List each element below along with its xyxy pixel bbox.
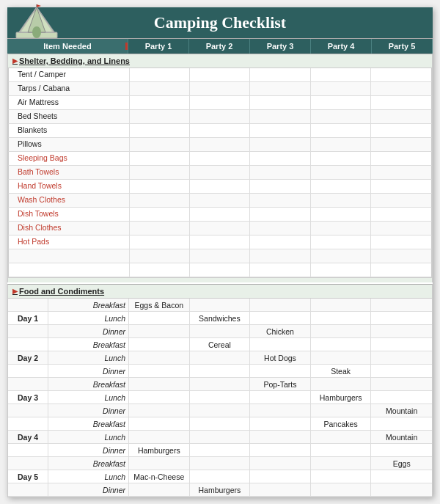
shelter-p2[interactable] [190, 194, 250, 207]
shelter-p3[interactable] [250, 194, 310, 207]
food-p4[interactable] [311, 457, 372, 470]
food-p5[interactable] [371, 417, 432, 430]
shelter-p5[interactable] [371, 222, 431, 235]
shelter-p1[interactable] [130, 124, 190, 137]
food-p3[interactable]: Chicken [250, 325, 311, 337]
shelter-p1[interactable] [130, 249, 190, 263]
food-p2[interactable] [190, 391, 251, 403]
food-p5[interactable] [371, 444, 432, 456]
food-p5[interactable] [371, 351, 432, 364]
shelter-p5[interactable] [371, 249, 431, 263]
food-p4[interactable] [311, 444, 372, 456]
shelter-p4[interactable] [311, 194, 371, 207]
shelter-p1[interactable] [130, 110, 190, 123]
food-p3[interactable]: Pop-Tarts [250, 378, 311, 390]
shelter-p3[interactable] [250, 124, 310, 137]
shelter-p5[interactable] [371, 194, 431, 207]
shelter-p4[interactable] [311, 180, 371, 193]
food-p5[interactable] [371, 325, 432, 337]
shelter-p1[interactable] [130, 138, 190, 151]
food-p2[interactable]: Hamburgers [190, 483, 251, 496]
food-p5[interactable] [371, 378, 432, 390]
food-p4[interactable] [311, 483, 372, 496]
food-p5[interactable] [371, 338, 432, 351]
shelter-p3[interactable] [250, 68, 310, 81]
food-p4[interactable] [311, 351, 372, 364]
food-p1[interactable] [129, 391, 190, 403]
shelter-p3[interactable] [250, 235, 310, 249]
shelter-p4[interactable] [311, 152, 371, 165]
food-p2[interactable] [190, 431, 251, 443]
food-p1[interactable] [129, 417, 190, 430]
shelter-p5[interactable] [371, 110, 431, 123]
food-p3[interactable] [250, 299, 311, 311]
shelter-p5[interactable] [371, 180, 431, 193]
shelter-p5[interactable] [371, 208, 431, 221]
food-p2[interactable]: Cereal [190, 338, 251, 351]
shelter-p3[interactable] [250, 180, 310, 193]
shelter-p3[interactable] [250, 138, 310, 151]
shelter-p2[interactable] [190, 180, 250, 193]
shelter-p5[interactable] [371, 235, 431, 249]
food-p2[interactable] [190, 378, 251, 390]
shelter-p3[interactable] [250, 152, 310, 165]
shelter-p4[interactable] [311, 235, 371, 249]
shelter-p2[interactable] [190, 138, 250, 151]
food-p1[interactable] [129, 483, 190, 496]
shelter-p1[interactable] [130, 96, 190, 109]
food-p3[interactable] [250, 457, 311, 470]
food-p5[interactable] [371, 312, 432, 324]
shelter-p4[interactable] [311, 208, 371, 221]
food-p4[interactable]: Steak [311, 365, 372, 377]
shelter-p1[interactable] [130, 82, 190, 95]
food-p5[interactable] [371, 299, 432, 311]
food-p4[interactable] [311, 470, 372, 483]
shelter-p2[interactable] [190, 235, 250, 249]
food-p3[interactable] [250, 365, 311, 377]
food-p1[interactable]: Hamburgers [129, 444, 190, 456]
food-p1[interactable] [129, 351, 190, 364]
food-p1[interactable]: Mac-n-Cheese [129, 470, 190, 483]
food-p1[interactable] [129, 325, 190, 337]
shelter-p3[interactable] [250, 208, 310, 221]
shelter-p2[interactable] [190, 68, 250, 81]
food-p2[interactable]: Sandwiches [190, 312, 251, 324]
shelter-p5[interactable] [371, 166, 431, 179]
food-p4[interactable] [311, 299, 372, 311]
food-p4[interactable] [311, 431, 372, 443]
food-p3[interactable] [250, 391, 311, 403]
food-p2[interactable] [190, 299, 251, 311]
shelter-p2[interactable] [190, 263, 250, 277]
food-p2[interactable] [190, 457, 251, 470]
food-p3[interactable] [250, 338, 311, 351]
shelter-p1[interactable] [130, 166, 190, 179]
shelter-p3[interactable] [250, 96, 310, 109]
food-p1[interactable] [129, 378, 190, 390]
shelter-p2[interactable] [190, 208, 250, 221]
food-p1[interactable] [129, 338, 190, 351]
shelter-p1[interactable] [130, 208, 190, 221]
shelter-p2[interactable] [190, 110, 250, 123]
shelter-p4[interactable] [311, 222, 371, 235]
shelter-p4[interactable] [311, 110, 371, 123]
food-p3[interactable] [250, 470, 311, 483]
shelter-p2[interactable] [190, 249, 250, 263]
shelter-p1[interactable] [130, 194, 190, 207]
shelter-p4[interactable] [311, 68, 371, 81]
shelter-p3[interactable] [250, 222, 310, 235]
food-p4[interactable] [311, 312, 372, 324]
shelter-p3[interactable] [250, 249, 310, 263]
food-p3[interactable] [250, 312, 311, 324]
shelter-p5[interactable] [371, 96, 431, 109]
shelter-p3[interactable] [250, 166, 310, 179]
food-p5[interactable] [371, 470, 432, 483]
shelter-p4[interactable] [311, 263, 371, 277]
food-p5[interactable] [371, 365, 432, 377]
shelter-p4[interactable] [311, 166, 371, 179]
food-p2[interactable] [190, 325, 251, 337]
shelter-p2[interactable] [190, 82, 250, 95]
food-p3[interactable] [250, 417, 311, 430]
food-p5[interactable]: Mountain [371, 431, 432, 443]
shelter-p4[interactable] [311, 82, 371, 95]
food-p2[interactable] [190, 365, 251, 377]
